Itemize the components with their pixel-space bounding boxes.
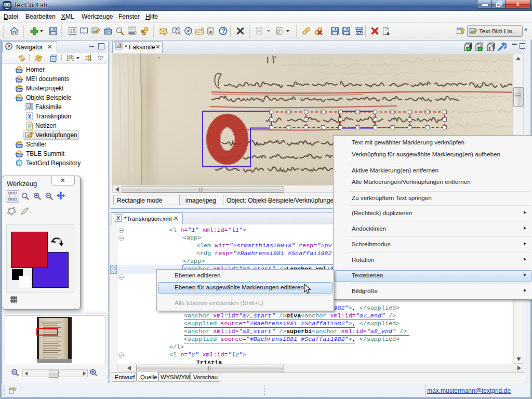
svg-text:xml: xml [129,31,135,34]
svg-text:?: ? [222,28,225,34]
svg-text:X: X [28,114,32,119]
svg-text:X: X [116,216,120,221]
svg-text:a: a [209,29,212,34]
svg-text:R: R [18,160,21,166]
